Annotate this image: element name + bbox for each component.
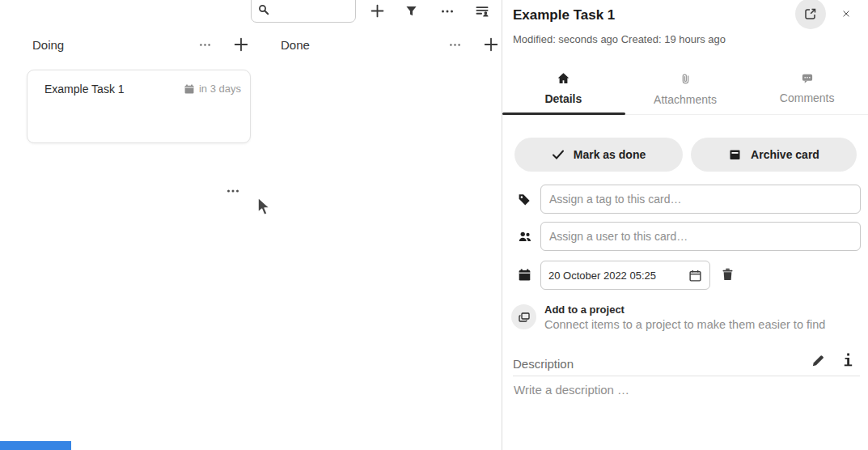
archive-card-button[interactable]: Archive card: [691, 138, 857, 172]
kanban-board: Doing Done Example Task 1 in 3 days: [0, 0, 502, 450]
active-tab-indicator: [502, 112, 625, 115]
task-card[interactable]: Example Task 1 in 3 days: [27, 70, 251, 143]
home-icon: [557, 72, 570, 85]
column-title-doing: Doing: [32, 38, 64, 52]
edit-description-button[interactable]: [811, 354, 825, 368]
card-due-label: in 3 days: [199, 83, 241, 95]
filter-icon: [405, 5, 417, 17]
task-detail-panel: Example Task 1 Modified: seconds ago Cre…: [502, 0, 868, 450]
calendar-outline-icon: [688, 269, 702, 282]
tab-attachments[interactable]: Attachments: [625, 69, 747, 114]
info-icon: [843, 353, 853, 368]
column-doing-add-button[interactable]: [233, 36, 248, 52]
due-date-picker[interactable]: 20 October 2022 05:25: [540, 261, 710, 290]
pencil-icon: [811, 354, 824, 367]
comment-icon: [801, 72, 814, 84]
tag-icon: [518, 193, 531, 210]
selection-artifact: [0, 441, 71, 450]
remove-due-date-button[interactable]: [720, 266, 735, 282]
column-title-done: Done: [281, 38, 310, 52]
tab-label: Attachments: [654, 93, 717, 106]
add-card-button[interactable]: [370, 3, 384, 18]
plus-icon: [234, 37, 248, 52]
filter-button[interactable]: [404, 4, 418, 18]
card-due-badge: in 3 days: [184, 83, 241, 95]
card-title: Example Task 1: [44, 83, 125, 96]
assignee-list-icon: [475, 4, 489, 18]
add-to-project-title[interactable]: Add to a project: [544, 304, 625, 316]
tab-details[interactable]: Details: [502, 69, 625, 114]
column-done-menu-button[interactable]: [447, 39, 463, 50]
ellipsis-icon: [441, 6, 454, 17]
search-input[interactable]: [274, 4, 349, 18]
close-panel-button[interactable]: [837, 5, 855, 23]
card-menu-button[interactable]: [225, 185, 240, 197]
ellipsis-icon: [226, 185, 240, 197]
archive-card-label: Archive card: [751, 148, 819, 161]
external-link-icon: [804, 7, 817, 20]
assignee-list-button[interactable]: [474, 3, 489, 18]
calendar-icon: [184, 83, 195, 95]
panel-title: Example Task 1: [513, 7, 615, 23]
tab-label: Details: [544, 92, 582, 105]
app-window: Doing Done Example Task 1 in 3 days: [0, 0, 868, 450]
close-icon: [842, 7, 850, 20]
open-in-window-button[interactable]: [795, 0, 826, 29]
trash-icon: [721, 267, 735, 282]
plus-icon: [370, 4, 384, 18]
ellipsis-icon: [198, 40, 212, 50]
column-done-add-button[interactable]: [483, 36, 498, 52]
description-placeholder[interactable]: Write a description …: [514, 383, 629, 397]
users-icon: [518, 230, 532, 247]
description-info-button[interactable]: [841, 352, 854, 368]
tab-comments[interactable]: Comments: [746, 69, 868, 114]
plus-icon: [484, 37, 498, 52]
description-label: Description: [513, 357, 574, 371]
search-box[interactable]: [251, 0, 356, 23]
board-menu-button[interactable]: [440, 5, 454, 17]
project-icon: [518, 311, 531, 324]
tab-label: Comments: [780, 91, 835, 104]
assign-tag-input[interactable]: [540, 185, 861, 214]
tab-bar: Details Attachments Comments: [502, 69, 868, 115]
mark-as-done-label: Mark as done: [574, 148, 646, 161]
ellipsis-icon: [448, 40, 462, 50]
add-to-project-button[interactable]: [511, 304, 536, 329]
panel-meta: Modified: seconds ago Created: 19 hours …: [513, 33, 726, 45]
description-divider: [513, 376, 860, 376]
paperclip-icon: [680, 72, 692, 86]
column-doing-menu-button[interactable]: [197, 39, 213, 50]
due-date-value: 20 October 2022 05:25: [548, 270, 656, 282]
mark-as-done-button[interactable]: Mark as done: [514, 138, 683, 172]
search-icon: [258, 4, 269, 19]
add-to-project-subtitle: Connect items to a project to make them …: [544, 318, 825, 331]
assign-user-input[interactable]: [540, 222, 861, 251]
archive-icon: [728, 148, 742, 161]
check-icon: [552, 149, 565, 160]
calendar-icon: [518, 268, 531, 285]
